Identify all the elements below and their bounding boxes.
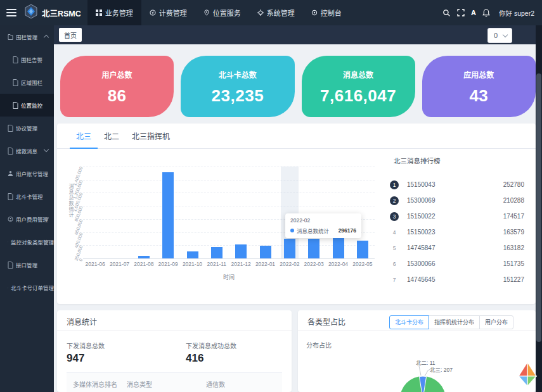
gridline [83,245,375,246]
ranking-row[interactable]: 2 15300069 210288 [390,193,524,208]
button-command-stat-dist[interactable]: 指挥机统计分布 [429,315,480,329]
sidebar-item-monitor-object-type-mgmt[interactable]: 监控对象类型管理 [0,231,54,253]
diamond-logo-icon[interactable] [517,361,538,388]
location-pin-icon [203,9,210,16]
ranking-row[interactable]: 6 15300066 151735 [390,256,524,272]
chevron-down-icon [44,147,49,152]
fullscreen-icon[interactable] [456,8,465,17]
card-total-apps[interactable]: 应用总数 43 [422,56,536,117]
ranking-row[interactable]: 1 15150043 252780 [390,177,524,193]
file-icon [13,56,18,63]
sidebar-item-user-fee-mgmt[interactable]: 用户费用管理 [0,208,54,231]
file-icon [8,148,13,155]
tab-beier[interactable]: 北二 [98,123,126,148]
gear-icon [257,9,264,16]
button-beidou-card-dist[interactable]: 北斗卡分布 [389,315,429,329]
chart-bar[interactable] [138,256,150,258]
dashboard-root: 北三RSMC 业务管理 计费管理 位置服务 系统管理 控制台 [0,0,542,392]
rank-badge: 3 [390,212,399,221]
chart-bar[interactable] [211,247,223,258]
rank-badge: 4 [390,228,399,237]
x-tick-label: 2022-05 [351,261,375,267]
type-ratio-panel: 各类型占比 北斗卡分布 指挥机统计分布 用户分布 分布占比 北二: 11 北三:… [298,310,536,392]
message-overview-panel: 北三 北二 北三指挥机 消息总数统计 0200,000400,000600,00… [57,123,536,304]
chart-bar[interactable] [308,239,319,258]
ranking-row[interactable]: 4 15150023 163579 [390,224,524,240]
sidebar-item-protocol-mgmt[interactable]: 协议管理 [0,117,54,139]
file-icon [8,193,13,200]
table-header-row: 多媒体消息排名 消息类型 通信数 [67,372,282,392]
sidebar-item-fence-alarm[interactable]: 围栏告警 [0,48,54,71]
chart-bar[interactable] [357,241,368,258]
sidebar-item-beidou-card-mgmt[interactable]: 北斗卡管理 [0,185,54,208]
file-icon [8,284,8,291]
user-icon [8,170,13,177]
stat-cards: 用户总数 86 北斗卡总数 23,235 消息总数 7,616,047 应用总数… [60,56,536,117]
sidebar-item-interface-mgmt[interactable]: 接口管理 [0,253,54,276]
card-total-beidou-cards[interactable]: 北斗卡总数 23,235 [181,56,294,117]
hamburger-menu-icon[interactable] [6,9,16,16]
tab-beisan-command[interactable]: 北三指挥机 [126,123,176,148]
bar-chart-plot: 0200,000400,000600,000800,0001,000,0001,… [83,167,375,259]
menu-item-billing[interactable]: 计费管理 [141,0,195,25]
menu-item-console[interactable]: 控制台 [303,0,350,25]
ranking-list: 1 15150043 252780 2 15300069 210288 3 15… [390,177,524,288]
card-total-messages[interactable]: 消息总数 7,616,047 [302,56,415,117]
search-icon[interactable] [442,8,451,17]
tag-counter-dropdown[interactable]: 0 [487,28,512,43]
x-tick-label: 2021-08 [132,261,156,267]
tab-beisan[interactable]: 北三 [70,123,98,148]
scrollbar-track[interactable] [536,25,542,392]
panel-title: 各类型占比 [307,316,345,327]
sidebar-item-beidou-card-order-mgmt[interactable]: 北斗卡号订单管理 [0,276,54,299]
top-navbar: 北三RSMC 业务管理 计费管理 位置服务 系统管理 控制台 [0,0,542,25]
x-tick-label: 2021-11 [205,261,229,267]
menu-item-business[interactable]: 业务管理 [87,0,141,25]
metric-value-sent-success: 416 [186,352,203,365]
navbar-actions: A 你好 super2 [442,8,542,18]
metric-label-sent-total: 下发消息总数 [67,341,105,350]
chart-bar[interactable] [235,244,247,258]
gridline [83,206,375,206]
menu-item-location[interactable]: 位置服务 [195,0,249,25]
button-user-dist[interactable]: 用户分布 [479,315,513,329]
divider [298,330,536,331]
sidebar-item-area-fence[interactable]: 区域围栏 [0,71,54,94]
x-tick-label: 2021-12 [229,261,253,267]
grid-icon [96,9,102,16]
file-icon [13,79,18,86]
message-stats-panel: 消息统计 下发消息总数 947 下发消息成功总数 416 多媒体消息排名 消息类… [57,310,292,392]
chevron-up-icon [44,35,49,40]
leader-line [419,366,421,376]
font-size-icon[interactable]: A [471,9,476,16]
user-greeting[interactable]: 你好 super2 [499,8,534,18]
brand-title: 北三RSMC [42,7,81,19]
bell-icon[interactable] [482,8,491,17]
menu-item-system[interactable]: 系统管理 [249,0,303,25]
ranking-title: 北三消息排行榜 [394,156,441,165]
sidebar-item-location-monitor[interactable]: 位置监控 [0,94,54,117]
chart-bar[interactable] [284,239,295,258]
ranking-row[interactable]: 7 14745645 151227 [390,272,524,288]
x-axis-title: 时间 [83,273,375,281]
sidebar-item-sar-message[interactable]: 搜救消息 [0,139,54,162]
console-icon [311,9,318,16]
sidebar-item-fence-mgmt[interactable]: 围栏管理 [0,25,54,48]
file-icon [8,125,13,132]
scrollbar-thumb[interactable] [536,73,541,342]
chart-bar[interactable] [187,251,198,258]
ranking-row[interactable]: 3 15150022 174517 [390,208,524,224]
ratio-button-group: 北斗卡分布 指挥机统计分布 用户分布 [389,315,513,329]
tag-bar: 首页 0 [54,25,542,44]
rank-badge: 2 [390,196,399,205]
chart-bar[interactable] [260,246,271,258]
tab-home[interactable]: 首页 [59,28,82,42]
chart-bar[interactable] [162,172,174,258]
file-icon [8,262,13,269]
card-total-users[interactable]: 用户总数 86 [60,56,174,117]
ranking-row[interactable]: 5 14745847 163182 [390,240,524,256]
rank-badge: 7 [390,275,399,284]
tooltip-title: 2022-02 [290,217,356,224]
pie-label-beisan: 北三: 207 [430,365,453,373]
sidebar-item-user-account-mgmt[interactable]: 用户账号管理 [0,162,54,185]
